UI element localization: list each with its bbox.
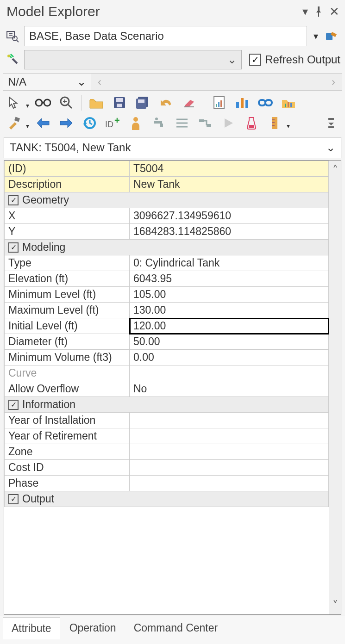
time-step-value: N/A xyxy=(8,75,26,88)
row-phase[interactable]: Phase xyxy=(5,476,329,491)
section-geometry[interactable]: ✓Geometry xyxy=(5,192,329,208)
hammer-icon[interactable] xyxy=(5,114,23,132)
element-select[interactable]: TANK: T5004, New Tank ⌄ xyxy=(4,137,341,158)
pointer-icon[interactable] xyxy=(5,93,23,112)
time-step-select[interactable]: N/A ⌄ xyxy=(3,74,91,90)
undo-icon[interactable] xyxy=(157,93,175,112)
folder-open-icon[interactable] xyxy=(87,93,106,112)
find-scenario-icon[interactable] xyxy=(5,30,20,43)
row-max-level[interactable]: Maximum Level (ft) 130.00 xyxy=(5,303,329,318)
edit-scenario-icon[interactable] xyxy=(325,29,340,43)
scenario-select[interactable]: BASE, Base Data Scenario xyxy=(24,26,307,46)
svg-rect-38 xyxy=(160,124,163,127)
arrow-left-icon[interactable] xyxy=(34,114,52,132)
row-allow-overflow[interactable]: Allow Overflow No xyxy=(5,381,329,397)
folder-chart-icon[interactable] xyxy=(279,93,298,112)
row-elevation[interactable]: Elevation (ft) 6043.95 xyxy=(5,271,329,287)
refresh-output-toggle[interactable]: ✓ Refresh Output xyxy=(245,53,340,66)
svg-line-10 xyxy=(68,105,72,108)
row-min-volume[interactable]: Minimum Volume (ft3) 0.00 xyxy=(5,350,329,365)
arrow-right-icon[interactable] xyxy=(57,114,75,132)
faucet-icon[interactable] xyxy=(150,114,168,132)
glasses-icon[interactable] xyxy=(34,93,52,112)
overflow-icon[interactable] xyxy=(322,114,340,132)
row-id[interactable]: (ID) T5004 xyxy=(5,161,329,177)
row-x[interactable]: X 3096627.134959610 xyxy=(5,208,329,224)
ruler-icon[interactable] xyxy=(265,114,284,132)
chevron-down-icon: ⌄ xyxy=(227,53,237,66)
svg-text:+: + xyxy=(114,117,120,125)
svg-point-36 xyxy=(133,117,138,122)
refresh-output-label: Refresh Output xyxy=(265,53,340,66)
link-icon[interactable] xyxy=(256,93,275,112)
svg-rect-14 xyxy=(116,98,123,102)
row-year-retire[interactable]: Year of Retirement xyxy=(5,428,329,444)
value-description[interactable]: New Tank xyxy=(130,177,329,192)
tab-attribute[interactable]: Attribute xyxy=(3,617,60,639)
pointer-dropdown-icon[interactable]: ▾ xyxy=(26,102,29,112)
row-y[interactable]: Y 1684283.114825860 xyxy=(5,224,329,240)
row-type[interactable]: Type 0: Cylindrical Tank xyxy=(5,255,329,271)
row-cost-id[interactable]: Cost ID xyxy=(5,460,329,476)
scenario-row: BASE, Base Data Scenario ▾ xyxy=(0,24,345,48)
list-icon[interactable] xyxy=(173,114,191,132)
section-information[interactable]: ✓Information xyxy=(5,397,329,413)
ruler-dropdown-icon[interactable]: ▾ xyxy=(287,122,290,132)
svg-rect-30 xyxy=(288,102,289,107)
eraser-icon[interactable] xyxy=(180,93,198,112)
pin-icon[interactable] xyxy=(314,6,323,17)
section-output[interactable]: ✓Output xyxy=(5,491,329,507)
history-icon[interactable] xyxy=(80,114,99,132)
tab-command-center[interactable]: Command Center xyxy=(125,617,226,639)
title-bar: Model Explorer ▾ ✕ xyxy=(0,0,345,24)
row-description[interactable]: Description New Tank xyxy=(5,177,329,192)
bottom-tabs: Attribute Operation Command Center xyxy=(0,615,345,644)
element-value: TANK: T5004, New Tank xyxy=(10,141,131,154)
save-all-icon[interactable] xyxy=(133,93,152,112)
wrench-icon[interactable] xyxy=(5,53,20,66)
filter-select[interactable]: ⌄ xyxy=(24,50,242,69)
svg-point-6 xyxy=(7,55,10,57)
svg-rect-50 xyxy=(328,118,334,120)
window-title: Model Explorer xyxy=(6,4,100,19)
label-id: (ID) xyxy=(5,161,130,177)
scenario-dropdown-arrow-icon[interactable]: ▾ xyxy=(311,31,321,42)
scroll-down-icon[interactable]: ˅ xyxy=(332,599,338,612)
nav-next-icon[interactable]: › xyxy=(332,75,335,88)
scenario-value: BASE, Base Data Scenario xyxy=(29,30,164,43)
play-icon[interactable] xyxy=(219,114,238,132)
chevron-down-icon: ⌄ xyxy=(326,141,335,154)
nav-prev-icon[interactable]: ‹ xyxy=(98,75,101,88)
svg-rect-25 xyxy=(241,98,244,108)
separator xyxy=(204,95,204,111)
svg-text:ID: ID xyxy=(105,120,113,129)
close-icon[interactable]: ✕ xyxy=(329,5,339,19)
row-min-level[interactable]: Minimum Level (ft) 105.00 xyxy=(5,287,329,303)
dropdown-icon[interactable]: ▾ xyxy=(302,5,308,18)
beaker-icon[interactable] xyxy=(242,114,261,132)
hammer-dropdown-icon[interactable]: ▾ xyxy=(26,122,29,132)
row-zone[interactable]: Zone xyxy=(5,444,329,460)
tab-operation[interactable]: Operation xyxy=(61,617,125,639)
filter-row: ⌄ ✓ Refresh Output xyxy=(0,48,345,71)
value-id[interactable]: T5004 xyxy=(130,161,329,177)
person-icon[interactable] xyxy=(126,114,145,132)
bar-chart-icon[interactable] xyxy=(233,93,251,112)
section-modeling[interactable]: ✓Modeling xyxy=(5,240,329,255)
row-year-install[interactable]: Year of Installation xyxy=(5,413,329,428)
row-initial-level[interactable]: Initial Level (ft) 120.00 xyxy=(5,318,329,334)
svg-point-39 xyxy=(155,118,158,120)
svg-rect-18 xyxy=(138,99,144,103)
checkbox-checked-icon: ✓ xyxy=(8,494,19,504)
scroll-up-icon[interactable]: ˄ xyxy=(332,163,338,176)
id-add-icon[interactable]: ID+ xyxy=(103,114,122,132)
row-diameter[interactable]: Diameter (ft) 50.00 xyxy=(5,334,329,350)
save-icon[interactable] xyxy=(110,93,129,112)
zoom-icon[interactable] xyxy=(57,93,75,112)
row-curve[interactable]: Curve xyxy=(5,365,329,381)
svg-rect-15 xyxy=(117,104,122,107)
flow-icon[interactable] xyxy=(196,114,214,132)
scrollbar[interactable]: ˄ ˅ xyxy=(329,161,341,614)
report-icon[interactable] xyxy=(210,93,228,112)
svg-rect-45 xyxy=(249,125,254,128)
